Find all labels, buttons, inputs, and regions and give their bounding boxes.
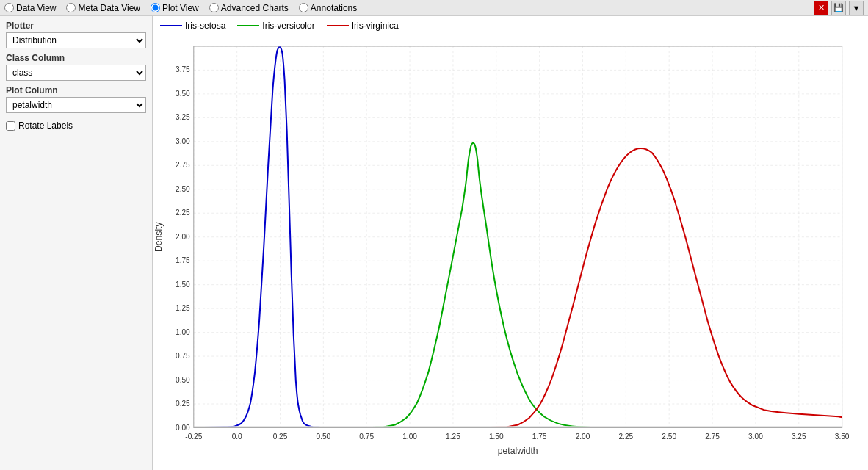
plot-column-section: Plot Column petalwidth petallength sepal… — [6, 85, 146, 113]
legend-label-setosa: Iris-setosa — [185, 21, 225, 31]
svg-text:3.25: 3.25 — [792, 433, 806, 441]
legend-line-versicolor — [237, 25, 259, 26]
svg-text:1.75: 1.75 — [532, 433, 547, 441]
legend-line-virginica — [327, 25, 349, 26]
chart-area: Iris-setosa Iris-versicolor Iris-virgini… — [153, 16, 868, 470]
class-column-label: Class Column — [6, 53, 146, 63]
class-column-section: Class Column class sepalwidth sepallengt… — [6, 53, 146, 81]
radio-advanced-charts[interactable]: Advanced Charts — [209, 3, 289, 13]
legend: Iris-setosa Iris-versicolor Iris-virgini… — [153, 16, 868, 32]
svg-text:2.00: 2.00 — [576, 433, 590, 441]
svg-text:0.0: 0.0 — [232, 433, 242, 441]
main-layout: Plotter Distribution Box Plot Scatter Pl… — [0, 16, 868, 470]
svg-text:1.50: 1.50 — [489, 433, 504, 441]
svg-text:0.25: 0.25 — [273, 433, 288, 441]
legend-label-virginica: Iris-virginica — [352, 21, 399, 31]
svg-text:2.00: 2.00 — [176, 233, 190, 241]
plotter-select[interactable]: Distribution Box Plot Scatter Plot Line … — [6, 32, 146, 48]
svg-text:3.00: 3.00 — [176, 137, 190, 145]
svg-text:2.50: 2.50 — [662, 433, 676, 441]
rotate-labels-text: Rotate Labels — [18, 120, 73, 131]
svg-text:3.75: 3.75 — [176, 65, 190, 73]
svg-rect-1 — [194, 46, 842, 427]
svg-text:2.75: 2.75 — [705, 433, 720, 441]
plot-column-label: Plot Column — [6, 85, 146, 95]
svg-text:2.50: 2.50 — [176, 185, 190, 193]
legend-line-setosa — [160, 25, 182, 26]
radio-annotations[interactable]: Annotations — [299, 3, 357, 13]
svg-text:3.25: 3.25 — [176, 113, 190, 121]
svg-text:1.75: 1.75 — [176, 256, 190, 264]
svg-text:0.25: 0.25 — [176, 400, 190, 408]
radio-meta-data-view[interactable]: Meta Data View — [66, 3, 140, 13]
svg-text:3.00: 3.00 — [748, 433, 763, 441]
radio-plot-view[interactable]: Plot View — [151, 3, 199, 13]
top-bar: Data View Meta Data View Plot View Advan… — [0, 0, 868, 16]
x-axis-label: petalwidth — [498, 446, 538, 456]
svg-text:1.00: 1.00 — [402, 433, 417, 441]
svg-text:1.25: 1.25 — [176, 304, 190, 312]
legend-label-versicolor: Iris-versicolor — [262, 21, 314, 31]
svg-text:2.25: 2.25 — [618, 433, 633, 441]
legend-versicolor: Iris-versicolor — [237, 21, 314, 31]
svg-text:0.75: 0.75 — [359, 433, 374, 441]
svg-text:1.25: 1.25 — [446, 433, 460, 441]
rotate-labels-checkbox[interactable] — [6, 121, 15, 131]
svg-text:-0.25: -0.25 — [185, 433, 202, 441]
plot-column-select[interactable]: petalwidth petallength sepalwidth sepall… — [6, 97, 146, 113]
svg-text:0.50: 0.50 — [317, 433, 331, 441]
svg-text:0.75: 0.75 — [176, 352, 190, 360]
svg-text:0.00: 0.00 — [176, 424, 190, 432]
plotter-label: Plotter — [6, 21, 146, 31]
save-button[interactable]: 💾 — [831, 1, 846, 15]
menu-button[interactable]: ▼ — [849, 1, 864, 15]
class-column-select[interactable]: class sepalwidth sepallength petallength… — [6, 65, 146, 81]
close-button[interactable]: ✕ — [814, 1, 828, 15]
svg-text:3.50: 3.50 — [835, 433, 850, 441]
plotter-section: Plotter Distribution Box Plot Scatter Pl… — [6, 21, 146, 48]
legend-virginica: Iris-virginica — [327, 21, 399, 31]
view-selector: Data View Meta Data View Plot View Advan… — [4, 3, 357, 13]
window-controls: ✕ 💾 ▼ — [814, 1, 864, 15]
svg-text:1.00: 1.00 — [176, 328, 190, 336]
svg-text:1.50: 1.50 — [176, 281, 190, 289]
chart-container: 0.00 0.25 0.50 0.75 1.00 1.25 1.50 1.75 … — [153, 32, 861, 470]
svg-text:0.50: 0.50 — [176, 376, 190, 384]
legend-setosa: Iris-setosa — [160, 21, 225, 31]
svg-text:2.25: 2.25 — [176, 209, 190, 217]
chart-svg: 0.00 0.25 0.50 0.75 1.00 1.25 1.50 1.75 … — [153, 32, 861, 470]
svg-text:3.50: 3.50 — [176, 90, 190, 98]
svg-text:2.75: 2.75 — [176, 161, 190, 169]
y-axis-label: Density — [153, 222, 164, 252]
radio-data-view[interactable]: Data View — [4, 3, 56, 13]
rotate-labels-row: Rotate Labels — [6, 120, 146, 131]
sidebar: Plotter Distribution Box Plot Scatter Pl… — [0, 16, 153, 470]
